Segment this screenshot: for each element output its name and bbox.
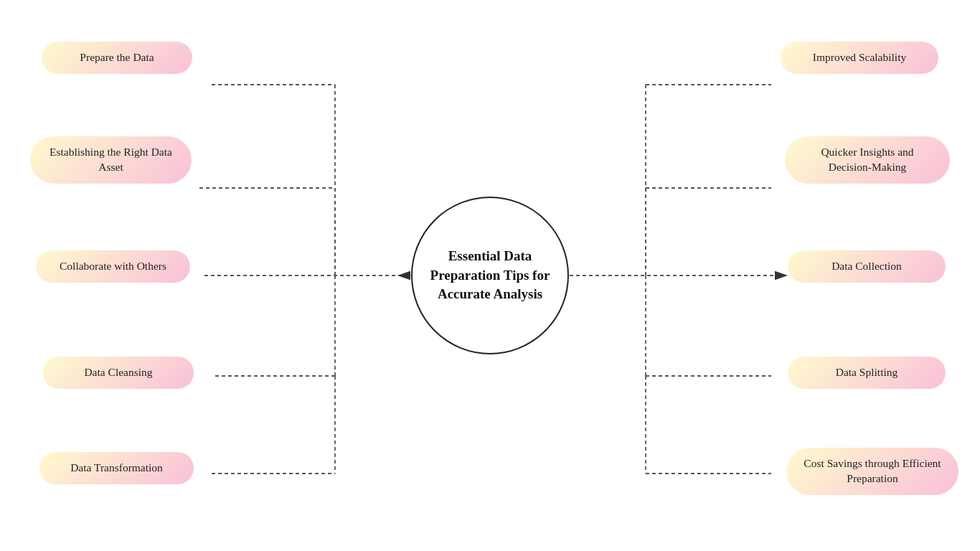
node-quicker-insights: Quicker Insights and Decision-Making <box>785 136 950 184</box>
node-data-splitting: Data Splitting <box>788 357 946 389</box>
node-prepare-data: Prepare the Data <box>42 42 192 74</box>
node-collaborate: Collaborate with Others <box>36 250 190 283</box>
node-data-transformation: Data Transformation <box>39 452 194 484</box>
node-improved-scalability: Improved Scalability <box>781 42 938 74</box>
center-circle: Essential Data Preparation Tips for Accu… <box>411 197 569 354</box>
node-right-data-asset: Establishing the Right Data Asset <box>30 136 192 184</box>
center-title: Essential Data Preparation Tips for Accu… <box>413 240 567 311</box>
node-data-cleansing: Data Cleansing <box>43 357 194 389</box>
node-cost-savings: Cost Savings through Efficient Preparati… <box>786 448 958 495</box>
node-data-collection: Data Collection <box>788 250 946 283</box>
diagram-container: Essential Data Preparation Tips for Accu… <box>0 0 980 551</box>
